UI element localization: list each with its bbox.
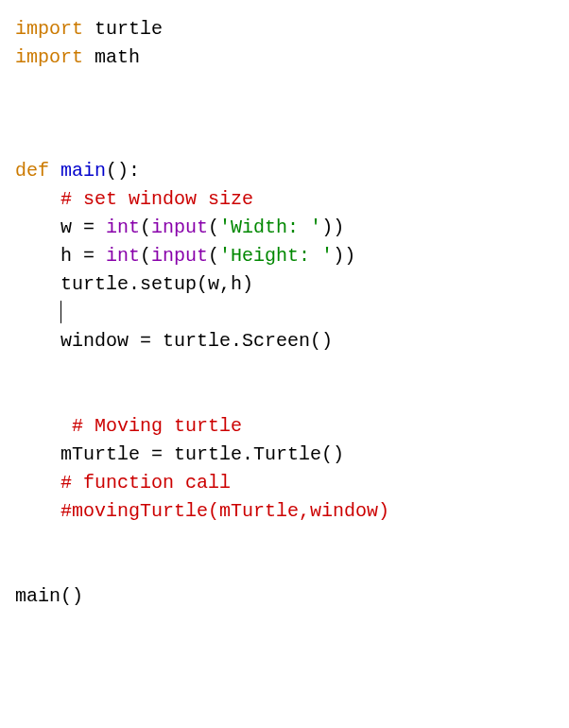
text-cursor [60, 301, 61, 323]
comment: # Moving turtle [72, 415, 242, 437]
code-text: turtle.setup(w,h) [60, 273, 253, 295]
builtin-input: input [151, 217, 208, 238]
keyword-def: def [15, 160, 49, 182]
code-text: main() [15, 585, 83, 607]
builtin-int: int [106, 217, 140, 238]
paren: ( [208, 245, 219, 267]
code-text: window = turtle.Screen() [60, 330, 333, 352]
code-block: import turtle import math def main(): # … [15, 15, 554, 611]
function-name: main [60, 160, 106, 182]
string-literal: 'Height: ' [219, 245, 333, 267]
comment: # set window size [60, 188, 253, 210]
paren: )) [333, 245, 355, 267]
code-text: h = [60, 245, 106, 267]
keyword-import: import [15, 18, 83, 40]
keyword-import: import [15, 46, 83, 68]
code-text: mTurtle = turtle.Turtle() [60, 443, 344, 465]
paren: ( [208, 217, 219, 238]
paren: )) [321, 217, 344, 238]
comment: # function call [60, 472, 231, 494]
builtin-input: input [151, 245, 208, 267]
code-text: w = [60, 217, 106, 238]
string-literal: 'Width: ' [219, 217, 321, 238]
paren-colon: (): [106, 160, 140, 182]
module-name: math [83, 46, 140, 68]
comment: #movingTurtle(mTurtle,window) [60, 500, 389, 522]
paren: ( [140, 245, 151, 267]
builtin-int: int [106, 245, 140, 267]
module-name: turtle [83, 18, 163, 40]
paren: ( [140, 217, 151, 238]
